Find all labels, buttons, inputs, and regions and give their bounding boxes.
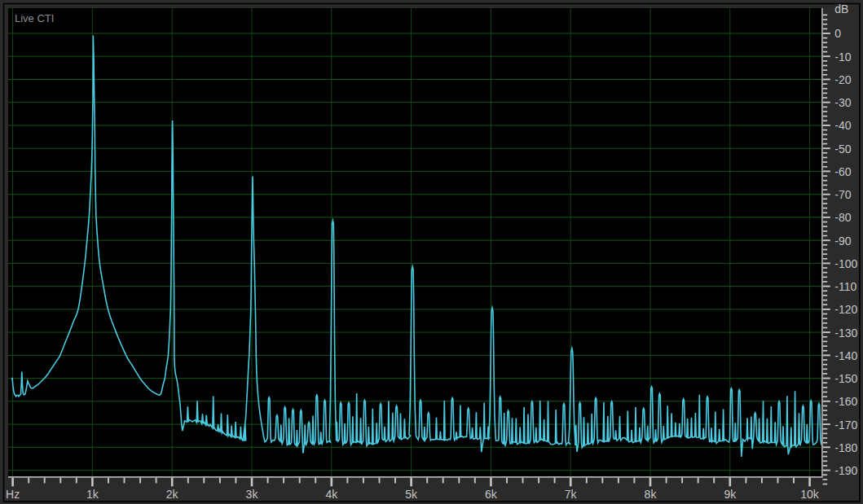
svg-text:-60: -60 [834,165,851,178]
svg-text:-100: -100 [834,257,857,270]
svg-text:dB: dB [834,2,848,15]
svg-text:-190: -190 [834,464,857,477]
svg-text:3k: 3k [246,488,259,501]
svg-text:1k: 1k [86,488,99,501]
svg-text:-50: -50 [834,142,851,156]
svg-text:10k: 10k [800,488,820,501]
svg-text:4k: 4k [325,488,338,501]
svg-text:-140: -140 [834,349,857,362]
svg-text:5k: 5k [405,488,418,501]
svg-text:9k: 9k [724,488,737,501]
svg-text:-10: -10 [834,50,851,64]
svg-text:8k: 8k [645,488,658,501]
svg-text:-110: -110 [834,280,856,293]
svg-text:2k: 2k [166,488,179,501]
svg-text:-170: -170 [834,419,857,432]
svg-text:-120: -120 [834,303,857,316]
svg-text:-30: -30 [834,96,851,109]
svg-text:-90: -90 [834,234,851,248]
svg-text:-180: -180 [834,441,857,454]
svg-text:-150: -150 [834,372,857,385]
svg-text:Live CTI: Live CTI [15,12,54,24]
svg-text:-20: -20 [834,73,851,86]
svg-text:0: 0 [834,27,841,40]
svg-text:Hz: Hz [6,488,20,501]
svg-text:7k: 7k [565,488,578,501]
svg-text:-40: -40 [834,119,851,132]
svg-text:-160: -160 [834,395,857,408]
svg-text:6k: 6k [485,488,498,501]
svg-text:-80: -80 [834,211,851,224]
svg-text:-70: -70 [834,188,851,201]
svg-text:-130: -130 [834,327,857,340]
